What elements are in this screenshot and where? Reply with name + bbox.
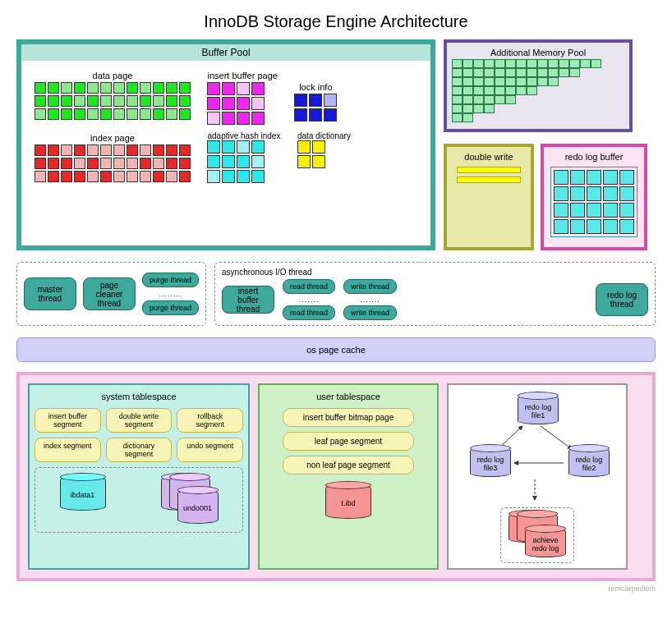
- grid-cell: [570, 203, 585, 218]
- async-io-title: asynchronous I/O thread: [222, 268, 648, 277]
- insert-buffer-page-label: insert buffer page: [207, 69, 277, 82]
- grid-cell: [587, 170, 601, 185]
- grid-cell: [222, 112, 235, 125]
- grid-cell: [100, 158, 112, 169]
- master-thread: master thread: [24, 277, 76, 310]
- grid-cell: [166, 82, 177, 94]
- user-tablespace-title: user tablespace: [265, 390, 432, 403]
- page-pill: insert buffer bitmap page: [283, 408, 414, 427]
- grid-cell: [100, 171, 112, 182]
- grid-cell: [251, 97, 265, 110]
- grid-cell: [505, 68, 516, 77]
- dots: ........: [142, 290, 199, 298]
- double-write-bar: [457, 167, 521, 173]
- grid-cell: [35, 158, 46, 169]
- grid-cell: [127, 108, 138, 120]
- page-pill: leaf page segment: [283, 432, 414, 451]
- grid-cell: [140, 108, 151, 120]
- grid-cell: [179, 144, 191, 156]
- grid-cell: [179, 108, 191, 120]
- segment-pill: undo segment: [177, 438, 243, 462]
- grid-cell: [61, 108, 72, 120]
- grid-cell: [127, 95, 138, 107]
- grid-cell: [559, 59, 569, 68]
- top-row: Buffer Pool data page insert buffer page…: [16, 39, 656, 250]
- double-write-box: double write: [444, 144, 534, 250]
- grid-cell: [35, 82, 46, 94]
- grid-cell: [113, 171, 125, 182]
- grid-cell: [87, 108, 99, 120]
- dots: .......: [283, 296, 335, 304]
- diagram-title: InnoDB Storage Engine Architecture: [16, 12, 656, 31]
- grid-cell: [452, 104, 463, 113]
- grid-cell: [74, 144, 85, 156]
- grid-cell: [505, 86, 516, 95]
- grid-cell: [297, 155, 311, 168]
- grid-cell: [527, 59, 537, 68]
- write-thread: write thread: [343, 279, 397, 294]
- grid-cell: [127, 171, 138, 182]
- grid-cell: [312, 140, 325, 154]
- grid-cell: [554, 203, 568, 218]
- grid-cell: [74, 158, 85, 169]
- grid-cell: [548, 59, 559, 68]
- grid-cell: [473, 68, 484, 77]
- grid-cell: [179, 158, 191, 169]
- user-pages: insert buffer bitmap pageleaf page segme…: [265, 408, 432, 474]
- write-threads: write thread ....... write thread: [343, 279, 397, 320]
- grid-cell: [603, 219, 618, 234]
- left-threads-box: master thread page cleaner thread purge …: [16, 262, 206, 326]
- grid-cell: [554, 170, 568, 185]
- grid-cell: [463, 68, 473, 77]
- grid-cell: [569, 68, 580, 77]
- grid-cell: [48, 144, 59, 156]
- grid-cell: [619, 170, 634, 185]
- system-files: ibdata1 undo001: [35, 467, 243, 533]
- grid-cell: [251, 112, 265, 125]
- watermark: remcarpediem: [16, 584, 656, 593]
- system-tablespace-box: system tablespace insert buffer segmentd…: [28, 383, 250, 570]
- grid-cell: [495, 68, 505, 77]
- data-page-label: data page: [35, 69, 191, 82]
- redo-log-thread: redo log thread: [596, 283, 648, 316]
- grid-cell: [309, 94, 322, 107]
- archive-redo-box: achieve redo log: [500, 507, 574, 563]
- grid-cell: [452, 77, 463, 86]
- grid-cell: [207, 82, 220, 95]
- grid-cell: [452, 113, 463, 122]
- grid-cell: [153, 144, 164, 156]
- grid-cell: [87, 171, 99, 182]
- os-page-cache: os page cache: [16, 337, 656, 362]
- purge-threads: purge thread ........ purge thread: [142, 273, 199, 315]
- grid-cell: [463, 95, 473, 104]
- grid-cell: [495, 95, 505, 104]
- grid-cell: [61, 95, 72, 107]
- redo-log-buffer-title: redo log buffer: [549, 150, 639, 163]
- tibd-cylinder: t.ibd: [265, 484, 432, 519]
- grid-cell: [113, 158, 125, 169]
- grid-cell: [113, 95, 125, 107]
- grid-cell: [463, 77, 473, 86]
- grid-cell: [48, 158, 59, 169]
- grid-cell: [484, 104, 495, 113]
- grid-cell: [505, 95, 516, 104]
- data-dict-label: data dictionary: [297, 131, 351, 140]
- lock-info-label: lock info: [294, 80, 337, 94]
- grid-cell: [309, 108, 322, 121]
- grid-cell: [569, 59, 580, 68]
- grid-cell: [452, 68, 463, 77]
- grid-cell: [527, 86, 537, 95]
- grid-cell: [140, 95, 151, 107]
- grid-cell: [237, 82, 250, 95]
- grid-cell: [127, 158, 138, 169]
- grid-cell: [140, 144, 151, 156]
- grid-cell: [113, 82, 125, 94]
- grid-cell: [619, 186, 634, 201]
- segment-pill: index segment: [35, 438, 101, 462]
- grid-cell: [207, 97, 220, 110]
- grid-cell: [516, 77, 527, 86]
- segment-pill: insert buffer segment: [35, 408, 101, 433]
- redo-file1-cylinder: redo log file1: [518, 395, 559, 424]
- grid-cell: [61, 82, 72, 94]
- buffer-pool-box: Buffer Pool data page insert buffer page…: [16, 39, 435, 250]
